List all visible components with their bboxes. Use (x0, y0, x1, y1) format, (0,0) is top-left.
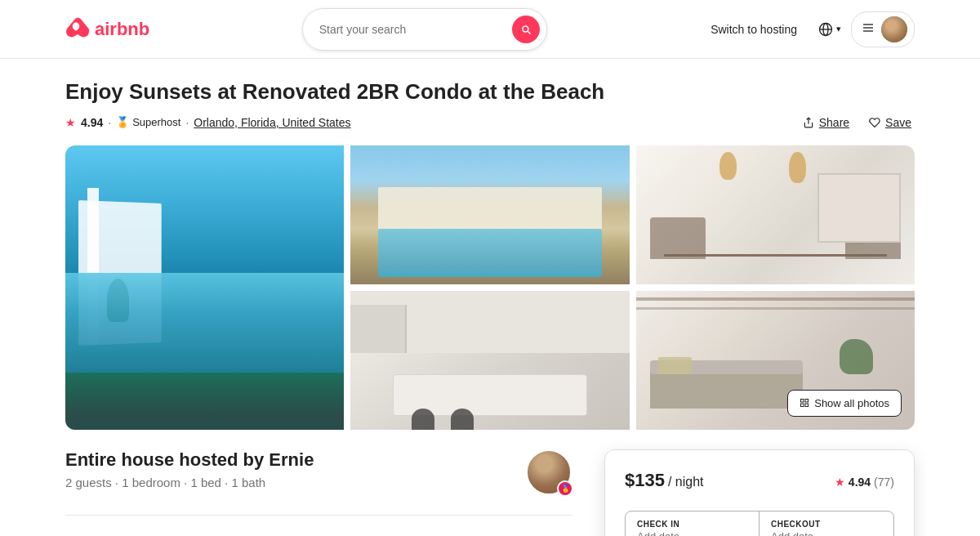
header-right: Switch to hosting ▾ (699, 11, 915, 47)
photo-top-right[interactable] (636, 145, 915, 284)
host-title: Entire house hosted by Ernie (65, 449, 314, 471)
checkout-cell[interactable]: CHECKOUT Add date (760, 511, 893, 536)
avatar-image (881, 16, 907, 42)
host-info: Entire house hosted by Ernie 2 guests · … (65, 449, 314, 489)
rating-value: 4.94 (81, 116, 103, 129)
host-avatar-wrap[interactable]: 🏅 (526, 449, 572, 495)
meta-right: Share Save (800, 113, 915, 132)
per-night-label: / night (668, 475, 704, 489)
switch-hosting-button[interactable]: Switch to hosting (699, 16, 808, 42)
superhost-badge: 🏅 Superhost (116, 116, 180, 128)
photo-main[interactable] (65, 145, 344, 430)
globe-language-button[interactable]: ▾ (812, 16, 848, 43)
checkin-value: Add date (637, 530, 747, 536)
chevron-down-icon: ▾ (836, 24, 841, 34)
booking-rating-value: 4.94 (849, 476, 871, 489)
photo-bot-right[interactable]: Show all photos (636, 291, 915, 430)
search-button[interactable] (512, 16, 540, 43)
checkin-grid: CHECK IN Add date CHECKOUT Add date (625, 511, 894, 536)
booking-rating: ★ 4.94 (77) (835, 476, 894, 489)
checkout-label: CHECKOUT (771, 520, 882, 529)
svg-rect-9 (805, 404, 808, 407)
svg-rect-7 (801, 400, 804, 403)
listing-details: Entire house hosted by Ernie 2 guests · … (65, 449, 572, 536)
booking-review-count: (77) (874, 476, 894, 489)
price-value: $135 (625, 470, 665, 491)
host-superhost-badge: 🏅 (557, 480, 573, 497)
host-section: Entire house hosted by Ernie 2 guests · … (65, 449, 572, 516)
listing-title: Enjoy Sunsets at Renovated 2BR Condo at … (65, 78, 915, 106)
host-details: 2 guests · 1 bedroom · 1 bed · 1 bath (65, 476, 314, 489)
dot-separator-2: · (185, 116, 189, 129)
superhost-medal-icon: 🏅 (116, 116, 129, 128)
search-bar[interactable]: Start your search (302, 8, 547, 51)
search-bar-text: Start your search (319, 23, 502, 36)
share-button[interactable]: Share (800, 113, 853, 132)
checkout-value: Add date (771, 530, 882, 536)
dot-separator-1: · (108, 116, 111, 129)
avatar (881, 16, 907, 42)
superhost-label: Superhost (132, 116, 180, 128)
share-label: Share (819, 116, 849, 129)
main-content: Enjoy Sunsets at Renovated 2BR Condo at … (0, 59, 980, 536)
listing-meta: ★ 4.94 · 🏅 Superhost · Orlando, Florida,… (65, 113, 915, 132)
booking-star-icon: ★ (835, 476, 845, 489)
meta-left: ★ 4.94 · 🏅 Superhost · Orlando, Florida,… (65, 116, 351, 129)
bottom-section: Entire house hosted by Ernie 2 guests · … (65, 449, 915, 536)
save-button[interactable]: Save (866, 113, 915, 132)
checkin-cell[interactable]: CHECK IN Add date (626, 511, 760, 536)
hamburger-icon (862, 21, 875, 37)
svg-rect-10 (801, 404, 804, 407)
logo-text: airbnb (95, 19, 149, 40)
show-all-photos-label: Show all photos (814, 397, 889, 409)
svg-rect-8 (805, 400, 808, 403)
show-all-photos-button[interactable]: Show all photos (787, 390, 902, 417)
checkin-label: CHECK IN (637, 520, 747, 529)
save-label: Save (885, 116, 911, 129)
price-rating-row: $135 / night ★ 4.94 (77) (625, 470, 894, 504)
photo-grid: Show all photos (65, 145, 915, 430)
price-row: $135 / night (625, 470, 704, 491)
logo[interactable]: airbnb (65, 13, 149, 45)
header: airbnb Start your search Switch to hosti… (0, 0, 980, 59)
airbnb-logo-icon (65, 13, 90, 45)
star-icon: ★ (65, 116, 76, 129)
user-menu-button[interactable] (851, 11, 915, 47)
photo-top-mid[interactable] (350, 145, 629, 284)
booking-card: $135 / night ★ 4.94 (77) CHECK IN Add da… (604, 449, 915, 536)
photo-bot-mid[interactable] (350, 291, 629, 430)
location-link[interactable]: Orlando, Florida, United States (194, 116, 350, 129)
